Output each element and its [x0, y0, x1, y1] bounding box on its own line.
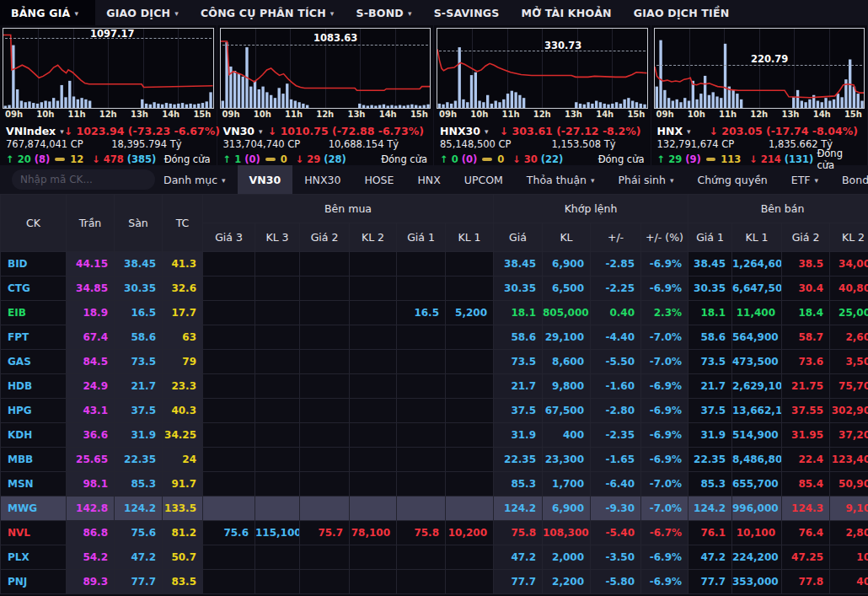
ticker-cell[interactable]: MSN: [1, 472, 67, 497]
time-tick: 13h: [347, 110, 365, 121]
cell-gi-1: 38.45: [689, 252, 732, 277]
col-header-gia[interactable]: Giá: [494, 223, 543, 252]
cell-gi-2: [300, 497, 350, 521]
tab-bond[interactable]: Bond: [830, 165, 868, 194]
cell-gi-3: [203, 497, 255, 521]
cell-kl-1: 564,900: [732, 325, 782, 350]
col-header-change-pct[interactable]: +/- (%): [641, 223, 689, 252]
cell-tr-n: 67.4: [67, 325, 115, 350]
nav-item-bang-gia[interactable]: BẢNG GIÁ▾: [0, 0, 95, 25]
advancers-count: 20: [18, 153, 31, 165]
col-header-ck[interactable]: CK: [1, 195, 67, 252]
col-header-ban-kl2[interactable]: KL 2: [830, 223, 868, 252]
nav-item-cong-cu-phan-tich[interactable]: CÔNG CỤ PHÂN TÍCH▾: [190, 0, 346, 25]
tab-upcom[interactable]: UPCOM: [453, 165, 515, 194]
cell--: -1.60: [591, 374, 641, 399]
col-header-gia3[interactable]: Giá 3: [203, 223, 255, 252]
time-tick: 15h: [844, 110, 862, 121]
cell-kl-1: 2,629,100: [732, 374, 782, 399]
ticker-cell[interactable]: KDH: [1, 423, 67, 448]
col-header-ban-gia1[interactable]: Giá 1: [689, 223, 732, 252]
col-header-tran[interactable]: Trần: [67, 195, 115, 252]
session-status: Đóng cửa: [164, 153, 211, 165]
index-selector[interactable]: VN30▾: [223, 125, 263, 137]
ticker-cell[interactable]: NVL: [1, 521, 67, 545]
cell-kl-1: 5,200: [446, 301, 494, 325]
cell-gi-1: 77.7: [689, 570, 732, 594]
cell-tr-n: 89.3: [67, 570, 115, 594]
cell-gi-1: [397, 423, 446, 448]
ticker-cell[interactable]: CTG: [1, 277, 67, 301]
col-header-san[interactable]: Sàn: [115, 195, 163, 252]
ticker-cell[interactable]: HPG: [1, 399, 67, 423]
nav-item-giao-dich[interactable]: GIAO DỊCH▾: [95, 0, 190, 25]
col-header-kl[interactable]: KL: [543, 223, 591, 252]
index-selector[interactable]: VNIndex▾: [6, 125, 64, 137]
tab-chung-quyen[interactable]: Chứng quyền: [685, 165, 779, 194]
tab-vn30[interactable]: VN30: [238, 165, 293, 194]
time-tick: 12h: [533, 110, 551, 121]
col-header-ban-kl1[interactable]: KL 1: [732, 223, 782, 252]
group-header-ben-mua: Bên mua: [203, 195, 494, 223]
nav-item-label: GIAO DỊCH: [106, 7, 170, 19]
tab-hnx30[interactable]: HNX30: [292, 165, 352, 194]
col-header-gia2[interactable]: Giá 2: [300, 223, 350, 252]
ticker-cell[interactable]: MBB: [1, 448, 67, 472]
down-arrow-icon: ↓: [296, 153, 304, 165]
col-header-kl1[interactable]: KL 1: [446, 223, 494, 252]
col-header-tc[interactable]: TC: [163, 195, 203, 252]
cell-gi-: 77.7: [494, 570, 543, 594]
col-header-kl3[interactable]: KL 3: [255, 223, 300, 252]
cell-kl-1: 1,264,600: [732, 252, 782, 277]
nav-item-s-savings[interactable]: S-SAVINGS: [423, 0, 511, 25]
nav-item-s-bond[interactable]: S-BOND▾: [346, 0, 423, 25]
tab-danh-muc[interactable]: Danh mục▾: [152, 165, 238, 194]
cell-tr-n: 24.9: [67, 374, 115, 399]
cell-kl-1: 514,900: [732, 423, 782, 448]
cell-gi-3: [203, 472, 255, 497]
index-volume: 767,874,041 CP: [6, 138, 83, 152]
ticker-cell[interactable]: FPT: [1, 325, 67, 350]
cell-gi-: 22.35: [494, 448, 543, 472]
cell--: -6.9%: [641, 399, 689, 423]
cell-gi-1: [397, 325, 446, 350]
cell-gi-: 30.35: [494, 277, 543, 301]
cell-kl-1: [446, 423, 494, 448]
col-header-gia1[interactable]: Giá 1: [397, 223, 446, 252]
unchanged-count: 113: [721, 153, 741, 165]
col-header-kl2[interactable]: KL 2: [350, 223, 397, 252]
index-turnover: 1,153.508 Tỷ: [551, 138, 615, 152]
time-tick: 14h: [162, 110, 179, 121]
cell-kl-3: [255, 325, 300, 350]
up-arrow-icon: ↑: [6, 153, 14, 165]
index-selector[interactable]: HNX▾: [657, 125, 691, 137]
index-selector[interactable]: HNX30▾: [440, 125, 489, 137]
ticker-cell[interactable]: HDB: [1, 374, 67, 399]
nav-item-giao-dich-tien[interactable]: GIAO DỊCH TIỀN: [623, 0, 741, 25]
tab-hnx[interactable]: HNX: [405, 165, 452, 194]
ticker-cell[interactable]: GAS: [1, 350, 67, 374]
intraday-chart-vnindex: 1097.17: [3, 28, 214, 109]
tab-thoa-thuan[interactable]: Thỏa thuận▾: [515, 165, 607, 194]
cell-kl: 6,900: [543, 497, 591, 521]
search-input[interactable]: [12, 169, 155, 190]
nav-item-mo-tai-khoan[interactable]: MỞ TÀI KHOẢN: [511, 0, 623, 25]
tab-hose[interactable]: HOSE: [352, 165, 405, 194]
ticker-cell[interactable]: PLX: [1, 545, 67, 570]
cell-gi-2: 18.4: [782, 301, 830, 325]
cell-gi-3: [203, 301, 255, 325]
ticker-cell[interactable]: BID: [1, 252, 67, 277]
tab-etf[interactable]: ETF▾: [780, 165, 830, 194]
table-row-MSN: MSN98.185.391.785.31,700-6.40-7.0%85.365…: [1, 472, 868, 497]
cell-gi-2: [300, 325, 350, 350]
ticker-cell[interactable]: EIB: [1, 301, 67, 325]
cell--: -6.9%: [641, 448, 689, 472]
cell-kl: 29,100: [543, 325, 591, 350]
cell-kl-3: [255, 252, 300, 277]
tab-phai-sinh[interactable]: Phái sinh▾: [607, 165, 686, 194]
col-header-ban-gia2[interactable]: Giá 2: [782, 223, 830, 252]
ticker-cell[interactable]: PNJ: [1, 570, 67, 594]
ticker-cell[interactable]: MWG: [1, 497, 67, 521]
decliners-count: 29: [307, 153, 320, 165]
col-header-change[interactable]: +/-: [591, 223, 641, 252]
